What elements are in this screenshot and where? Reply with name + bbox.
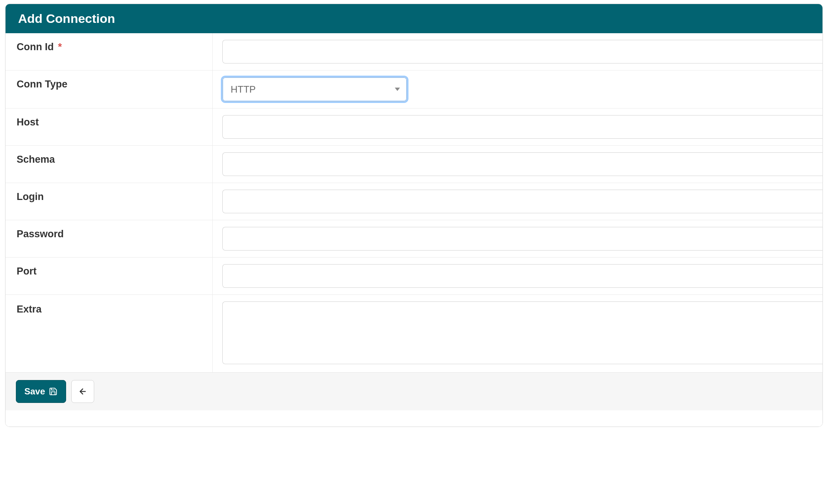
row-extra: Extra xyxy=(6,295,822,373)
label-extra: Extra xyxy=(6,295,212,373)
conn-type-select[interactable]: HTTP xyxy=(222,77,407,101)
save-button-label: Save xyxy=(24,386,45,397)
host-input[interactable] xyxy=(222,115,823,139)
row-conn-id: Conn Id * xyxy=(6,33,822,70)
row-host: Host xyxy=(6,108,822,146)
row-login: Login xyxy=(6,183,822,220)
label-port: Port xyxy=(6,258,212,295)
label-host: Host xyxy=(6,108,212,146)
schema-input[interactable] xyxy=(222,152,823,176)
extra-textarea[interactable] xyxy=(222,301,823,364)
label-text-password: Password xyxy=(17,228,64,239)
conn-id-input[interactable] xyxy=(222,40,823,63)
panel-footer: Save xyxy=(6,372,822,410)
panel-header: Add Connection xyxy=(6,4,822,33)
label-conn-type: Conn Type xyxy=(6,70,212,108)
save-button[interactable]: Save xyxy=(16,380,66,403)
row-conn-type: Conn Type HTTP xyxy=(6,70,822,108)
save-icon xyxy=(49,387,58,396)
chevron-down-icon xyxy=(395,88,400,91)
label-text-port: Port xyxy=(17,266,37,277)
label-text-conn-type: Conn Type xyxy=(17,79,68,90)
port-input[interactable] xyxy=(222,264,823,288)
connection-form: Conn Id * Conn Type HTTP xyxy=(6,33,822,372)
label-text-schema: Schema xyxy=(17,154,55,165)
label-text-extra: Extra xyxy=(17,304,42,315)
row-schema: Schema xyxy=(6,146,822,183)
row-password: Password xyxy=(6,220,822,258)
login-input[interactable] xyxy=(222,190,823,213)
label-schema: Schema xyxy=(6,146,212,183)
password-input[interactable] xyxy=(222,227,823,251)
conn-type-selected: HTTP xyxy=(231,84,256,95)
row-port: Port xyxy=(6,258,822,295)
label-text-login: Login xyxy=(17,191,44,202)
footer-spacer xyxy=(6,410,822,427)
required-star-icon: * xyxy=(58,41,62,52)
back-button[interactable] xyxy=(71,380,94,403)
add-connection-panel: Add Connection Conn Id * Conn Type HTT xyxy=(5,4,823,427)
label-text-conn-id: Conn Id xyxy=(17,41,54,52)
label-password: Password xyxy=(6,220,212,258)
label-conn-id: Conn Id * xyxy=(6,33,212,70)
panel-title: Add Connection xyxy=(18,11,115,25)
label-text-host: Host xyxy=(17,117,39,128)
arrow-left-icon xyxy=(78,387,87,396)
label-login: Login xyxy=(6,183,212,220)
